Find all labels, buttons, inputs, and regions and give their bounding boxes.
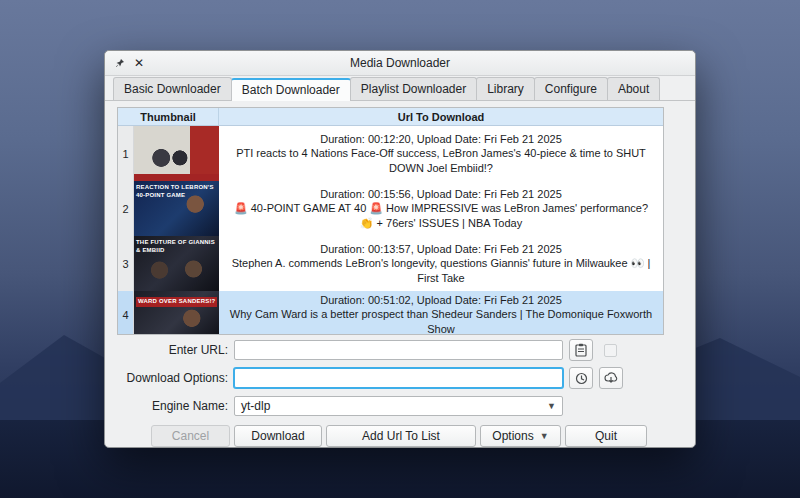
tab-playlist-downloader[interactable]: Playlist Downloader xyxy=(350,77,477,100)
tab-basic-downloader[interactable]: Basic Downloader xyxy=(113,77,232,100)
row-title: PTI reacts to 4 Nations Face-Off success… xyxy=(227,146,655,175)
row-duration: Duration: 00:12:20, Upload Date: Fri Feb… xyxy=(227,132,655,147)
history-icon xyxy=(575,372,588,385)
options-button[interactable]: Options ▼ xyxy=(480,425,561,447)
row-text: Duration: 00:13:57, Upload Date: Fri Feb… xyxy=(219,236,663,291)
row-duration: Duration: 00:51:02, Upload Date: Fri Feb… xyxy=(227,293,655,308)
row-number: 1 xyxy=(118,126,134,181)
download-button[interactable]: Download xyxy=(234,425,322,447)
header-url-to-download: Url To Download xyxy=(219,111,663,123)
video-thumbnail: REACTION TO LEBRON'S 40-POINT GAME xyxy=(134,181,219,236)
video-thumbnail xyxy=(134,126,219,181)
chevron-down-icon: ▼ xyxy=(540,431,549,441)
table-row-selected[interactable]: 4 WARD OVER SANDERS!? Duration: 00:51:02… xyxy=(118,291,663,335)
thumbnail-text: THE FUTURE OF GIANNIS & EMBIID xyxy=(136,239,217,254)
download-defaults-button[interactable] xyxy=(599,367,623,389)
table-row[interactable]: 1 Duration: 00:12:20, Upload Date: Fri F… xyxy=(118,126,663,181)
row-text: Duration: 00:51:02, Upload Date: Fri Feb… xyxy=(219,291,663,335)
row-number: 2 xyxy=(118,181,134,236)
row-number: 3 xyxy=(118,236,134,291)
add-url-to-list-button[interactable]: Add Url To List xyxy=(326,425,476,447)
row-text: Duration: 00:15:56, Upload Date: Fri Feb… xyxy=(219,181,663,236)
row-title: 🚨 40-POINT GAME AT 40 🚨 How IMPRESSIVE w… xyxy=(227,201,655,230)
url-input[interactable] xyxy=(234,340,563,360)
cancel-button: Cancel xyxy=(151,425,230,447)
pin-icon[interactable] xyxy=(115,58,125,68)
enter-url-label: Enter URL: xyxy=(117,343,228,357)
chevron-down-icon: ▼ xyxy=(547,401,556,411)
clipboard-icon xyxy=(575,343,587,357)
row-title: Stephen A. commends LeBron's longevity, … xyxy=(227,256,655,285)
engine-selected-value: yt-dlp xyxy=(241,399,270,413)
options-history-button[interactable] xyxy=(569,367,593,389)
row-text: Duration: 00:12:20, Upload Date: Fri Feb… xyxy=(219,126,663,181)
video-thumbnail: WARD OVER SANDERS!? xyxy=(134,291,219,335)
url-table: Thumbnail Url To Download 1 Duration: 00… xyxy=(117,107,664,335)
video-thumbnail: THE FUTURE OF GIANNIS & EMBIID xyxy=(134,236,219,291)
download-options-label: Download Options: xyxy=(117,371,228,385)
thumbnail-text: WARD OVER SANDERS!? xyxy=(136,297,217,307)
engine-select[interactable]: yt-dlp ▼ xyxy=(234,396,563,416)
table-row[interactable]: 2 REACTION TO LEBRON'S 40-POINT GAME Dur… xyxy=(118,181,663,236)
header-thumbnail: Thumbnail xyxy=(118,108,219,125)
cloud-download-icon xyxy=(604,372,618,384)
tab-library[interactable]: Library xyxy=(476,77,535,100)
thumbnail-text: REACTION TO LEBRON'S 40-POINT GAME xyxy=(136,184,217,199)
media-downloader-window: ✕ Media Downloader Basic Downloader Batc… xyxy=(104,50,696,448)
table-row[interactable]: 3 THE FUTURE OF GIANNIS & EMBIID Duratio… xyxy=(118,236,663,291)
close-icon[interactable]: ✕ xyxy=(134,57,144,69)
row-title: Why Cam Ward is a better prospect than S… xyxy=(227,307,655,335)
download-options-input[interactable] xyxy=(234,368,563,388)
row-duration: Duration: 00:15:56, Upload Date: Fri Feb… xyxy=(227,187,655,202)
tab-about[interactable]: About xyxy=(607,77,660,100)
paste-clipboard-button[interactable] xyxy=(569,339,593,361)
tab-batch-downloader[interactable]: Batch Downloader xyxy=(231,78,351,101)
window-title: Media Downloader xyxy=(105,56,695,70)
table-header: Thumbnail Url To Download xyxy=(118,108,663,126)
tab-configure[interactable]: Configure xyxy=(534,77,608,100)
quit-button[interactable]: Quit xyxy=(565,425,647,447)
row-number: 4 xyxy=(118,291,134,335)
engine-name-label: Engine Name: xyxy=(117,399,228,413)
url-checkbox[interactable] xyxy=(604,344,617,357)
titlebar[interactable]: ✕ Media Downloader xyxy=(105,51,695,76)
options-button-label: Options xyxy=(492,429,533,443)
tab-bar: Basic Downloader Batch Downloader Playli… xyxy=(105,76,695,101)
row-duration: Duration: 00:13:57, Upload Date: Fri Feb… xyxy=(227,242,655,257)
